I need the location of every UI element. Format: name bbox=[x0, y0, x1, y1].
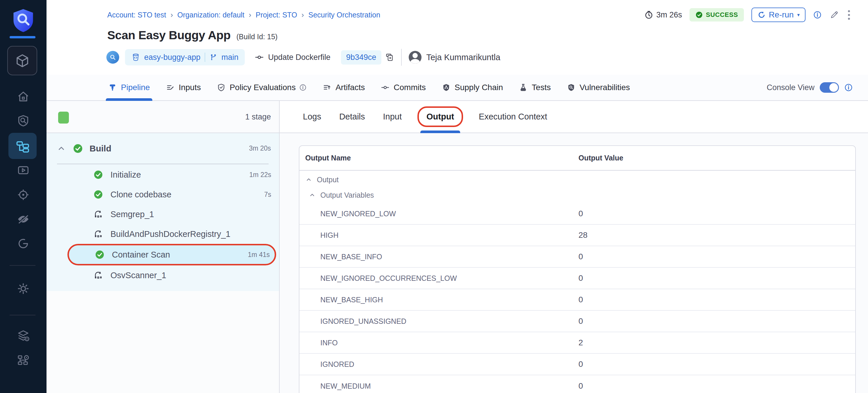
step-name: Semgrep_1 bbox=[111, 210, 154, 219]
run-actions: 3m 26s SUCCESS Re-run ▾ bbox=[644, 7, 851, 23]
copy-icon bbox=[385, 53, 394, 62]
main-tabbar: Pipeline Inputs Policy Evaluations Artif… bbox=[46, 75, 868, 101]
supply-chain-shield-icon bbox=[442, 83, 451, 92]
tab-input[interactable]: Input bbox=[383, 101, 402, 132]
step-name: BuildAndPushDockerRegistry_1 bbox=[111, 229, 230, 239]
sidebar-item-home[interactable] bbox=[0, 84, 46, 109]
refresh-icon bbox=[757, 10, 766, 19]
more-options-button[interactable] bbox=[847, 9, 851, 21]
tab-label: Supply Chain bbox=[455, 83, 503, 92]
tab-supply-chain[interactable]: Supply Chain bbox=[442, 75, 503, 100]
breadcrumb-account[interactable]: Account: STO test bbox=[107, 11, 166, 19]
breadcrumb-project[interactable]: Project: STO bbox=[255, 11, 297, 19]
sidebar-item-getting-started[interactable] bbox=[0, 231, 46, 256]
tab-tests[interactable]: Tests bbox=[519, 75, 551, 100]
success-check-icon bbox=[93, 189, 103, 200]
table-row: NEW_MEDIUM 0 bbox=[300, 375, 855, 393]
group-row-output[interactable]: Output bbox=[300, 172, 855, 187]
table-row: NEW_BASE_INFO 0 bbox=[300, 246, 855, 268]
execution-stage-panel: 1 stage Build 3m 20s Initialize bbox=[46, 101, 280, 393]
copy-sha-button[interactable] bbox=[385, 53, 394, 62]
breadcrumb-organization[interactable]: Organization: default bbox=[177, 11, 245, 19]
tab-execution-context[interactable]: Execution Context bbox=[479, 101, 547, 132]
info-icon[interactable] bbox=[299, 84, 307, 91]
artifacts-icon bbox=[323, 83, 331, 92]
tab-logs[interactable]: Logs bbox=[303, 101, 321, 132]
sidebar-item-pipelines[interactable] bbox=[8, 133, 37, 159]
tab-artifacts[interactable]: Artifacts bbox=[323, 75, 365, 100]
sidebar-item-project-setup[interactable] bbox=[0, 347, 46, 373]
tab-policy-evaluations[interactable]: Policy Evaluations bbox=[217, 75, 307, 100]
tab-label: Inputs bbox=[179, 83, 201, 92]
breadcrumb-separator: › bbox=[170, 10, 173, 20]
pipeline-icon bbox=[108, 83, 117, 92]
output-table-card: Output Name Output Value Output Output V… bbox=[299, 145, 856, 393]
sidebar-item-settings[interactable] bbox=[0, 276, 46, 301]
stage-row-build[interactable]: Build 3m 20s bbox=[46, 133, 279, 164]
shield-search-icon bbox=[17, 114, 30, 127]
step-duration: 7s bbox=[264, 191, 271, 199]
table-row: IGNORED_UNASSIGNED 0 bbox=[300, 311, 855, 332]
step-details-panel: Logs Details Input Output Execution Cont… bbox=[280, 101, 868, 393]
logo-accent-bar bbox=[9, 36, 35, 38]
duration-text: 3m 26s bbox=[656, 10, 682, 20]
not-started-icon bbox=[93, 229, 103, 239]
output-value: 0 bbox=[579, 274, 583, 283]
step-row-osv-scanner[interactable]: OsvScanner_1 bbox=[46, 265, 279, 285]
status-badge: SUCCESS bbox=[689, 8, 744, 22]
repo-name[interactable]: easy-buggy-app bbox=[144, 53, 200, 62]
rerun-button[interactable]: Re-run ▾ bbox=[751, 7, 806, 22]
output-name: IGNORED bbox=[300, 360, 579, 369]
tab-inputs[interactable]: Inputs bbox=[166, 75, 201, 100]
sidebar-item-exemptions[interactable] bbox=[0, 207, 46, 232]
page-title: Scan Easy Buggy App bbox=[107, 29, 230, 42]
output-table-header: Output Name Output Value bbox=[300, 146, 855, 171]
breadcrumb-module[interactable]: Security Orchestration bbox=[308, 11, 380, 19]
inputs-icon bbox=[166, 83, 175, 92]
step-row-build-and-push[interactable]: BuildAndPushDockerRegistry_1 bbox=[46, 224, 279, 244]
module-selector-button[interactable] bbox=[7, 46, 37, 75]
executions-icon bbox=[17, 163, 30, 177]
sidebar-item-test-targets[interactable] bbox=[0, 182, 46, 207]
run-duration: 3m 26s bbox=[644, 10, 682, 20]
table-row: IGNORED 0 bbox=[300, 354, 855, 375]
pill-divider bbox=[205, 53, 205, 62]
tab-output[interactable]: Output bbox=[420, 101, 461, 132]
tab-details[interactable]: Details bbox=[339, 101, 365, 132]
rail-divider bbox=[9, 265, 35, 266]
step-row-initialize[interactable]: Initialize 1m 22s bbox=[46, 165, 279, 185]
step-row-container-scan[interactable]: Container Scan 1m 41s bbox=[67, 244, 276, 265]
repo-branch-pill[interactable]: easy-buggy-app main bbox=[125, 49, 245, 65]
left-nav-rail bbox=[0, 0, 46, 393]
status-text: SUCCESS bbox=[706, 11, 738, 19]
console-view-label: Console View bbox=[767, 83, 814, 92]
chevron-up-icon[interactable] bbox=[57, 144, 66, 153]
output-value: 0 bbox=[579, 295, 583, 304]
step-duration: 1m 41s bbox=[248, 251, 270, 259]
chevron-down-icon: ▾ bbox=[797, 12, 800, 18]
tab-label: Commits bbox=[394, 83, 426, 92]
sidebar-item-overview[interactable] bbox=[0, 108, 46, 133]
tab-label: Vulnerabilities bbox=[580, 83, 630, 92]
branch-name[interactable]: main bbox=[221, 53, 239, 62]
eye-off-icon bbox=[16, 212, 30, 226]
sidebar-item-default-settings[interactable] bbox=[0, 323, 46, 348]
group-row-output-variables[interactable]: Output Variables bbox=[300, 187, 855, 203]
tab-vulnerabilities[interactable]: Vulnerabilities bbox=[567, 75, 630, 100]
console-info-icon[interactable] bbox=[844, 83, 853, 92]
pipeline-info-button[interactable] bbox=[813, 10, 822, 19]
output-value: 0 bbox=[579, 209, 583, 218]
step-row-semgrep[interactable]: Semgrep_1 bbox=[46, 204, 279, 224]
tab-commits[interactable]: Commits bbox=[381, 75, 426, 100]
tab-pipeline[interactable]: Pipeline bbox=[108, 75, 150, 100]
console-view-toggle[interactable] bbox=[820, 82, 839, 93]
commit-sha-chip[interactable]: 9b349ce bbox=[341, 50, 382, 64]
sidebar-item-executions[interactable] bbox=[0, 157, 46, 183]
trigger-icon bbox=[106, 51, 119, 64]
module-cube-icon bbox=[14, 53, 30, 69]
stage-count-label: 1 stage bbox=[245, 101, 271, 133]
edit-pipeline-button[interactable] bbox=[829, 10, 839, 20]
step-row-clone-codebase[interactable]: Clone codebase 7s bbox=[46, 185, 279, 204]
stage-panel-header: 1 stage bbox=[46, 101, 279, 133]
output-name: NEW_MEDIUM bbox=[300, 382, 579, 390]
